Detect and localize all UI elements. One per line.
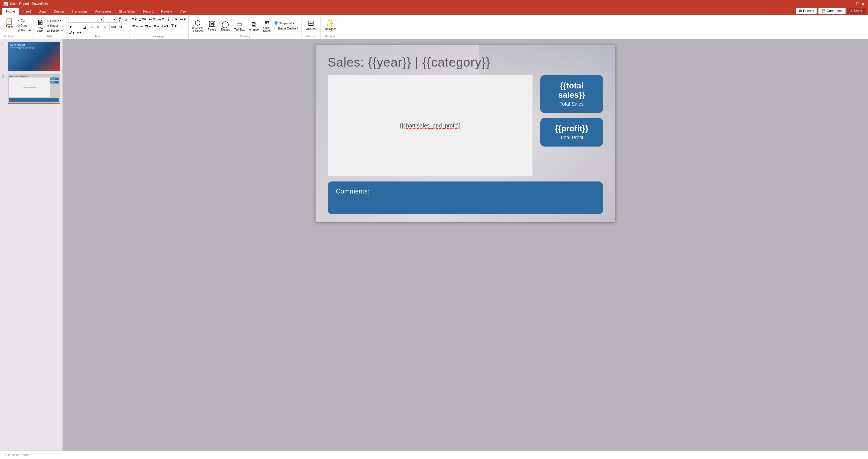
subscript-button[interactable]: x₂	[102, 24, 108, 30]
arrange-button[interactable]: ⧉ Arrange	[247, 17, 260, 35]
reset-button[interactable]: ↺ Reset	[46, 24, 64, 28]
slide-thumb-1[interactable]: Sales Report Superstore | {{year}} | {{c…	[8, 41, 60, 71]
text-highlight-button[interactable]: 🖍▾	[68, 30, 75, 35]
bullets-button[interactable]: ≡▾	[131, 17, 137, 22]
designer-button[interactable]: ✨ Designer	[323, 17, 338, 35]
shapes-button[interactable]: ◯ Shapes	[219, 17, 231, 35]
total-sales-label: Total Sales	[548, 101, 596, 107]
shape-outline-button[interactable]: ▱ Shape Outline ▾	[273, 26, 300, 31]
slide-thumb-2[interactable]: Sales: {{year}} | {{category}} {{chart:s…	[8, 74, 60, 104]
profit-value: {{profit}}	[548, 124, 596, 133]
font-size-dropdown-icon[interactable]: ▾	[114, 18, 115, 21]
text-direction-button[interactable]: ↔▾	[179, 17, 187, 22]
font-size-selector[interactable]: 14 ▾	[105, 17, 118, 23]
change-case-button[interactable]: Aa▾	[111, 24, 117, 30]
record-button[interactable]: Record	[796, 8, 817, 14]
tab-slideshow[interactable]: Slide Show	[115, 8, 139, 15]
section-icon: ▤	[47, 29, 50, 32]
total-sales-card[interactable]: {{total sales}} Total Sales	[540, 75, 603, 113]
section-button[interactable]: ▤ Section ▾	[46, 28, 64, 33]
slide-number-1: 1	[2, 41, 6, 46]
smartart-icon: ⬡	[195, 19, 200, 27]
picture-button[interactable]: 🖼 Picture	[206, 17, 218, 35]
quickstyles-icon: ≋	[264, 19, 270, 26]
reset-icon: ↺	[47, 24, 49, 28]
paste-button[interactable]: 📋 Paste	[3, 17, 16, 29]
decrease-indent-button[interactable]: ←≡	[148, 17, 156, 22]
slide-title[interactable]: Sales: {{year}} | {{category}}	[328, 55, 603, 69]
addins-icon: ⊞	[308, 19, 314, 28]
tab-insert[interactable]: Insert	[19, 8, 35, 15]
clipboard-group: 📋 Paste Clipboard ✂ Cut ⧉ Copy 🖌 Format	[1, 16, 34, 38]
shape-outline-icon: ▱	[274, 26, 276, 30]
justify-button[interactable]: ⬌≡	[152, 23, 160, 29]
shape-fill-icon: 🪣	[274, 21, 278, 25]
textbox-icon: ▭	[236, 21, 243, 28]
superscript-button[interactable]: x²	[95, 24, 101, 30]
layout-button[interactable]: ⊞ Layout ▾	[46, 19, 64, 23]
font-size-input[interactable]: 14	[106, 18, 114, 21]
canvas-area: Sales: {{year}} | {{category}} {{chart:s…	[63, 39, 868, 451]
align-left-button[interactable]: ⬅≡	[131, 23, 139, 29]
slide-item-2[interactable]: 2 Sales: {{year}} | {{category}} {{chart…	[2, 74, 60, 104]
bold-button[interactable]: B	[68, 24, 74, 30]
strikethrough-button[interactable]: S	[89, 24, 95, 30]
font-dropdown-icon[interactable]: ▾	[101, 18, 102, 21]
comments-label: Comments:	[336, 188, 369, 195]
addins-button[interactable]: ⊞ Add-ins	[304, 17, 318, 35]
tab-draw[interactable]: Draw	[35, 8, 50, 15]
slide-item-1[interactable]: 1 Sales Report Superstore | {{year}} | {…	[2, 41, 60, 71]
drawing-group: ⬡ Convert to SmartArt 🖼 Picture ◯ Shapes…	[189, 16, 301, 38]
tab-design[interactable]: Design	[50, 8, 68, 15]
slides-panel: 1 Sales Report Superstore | {{year}} | {…	[0, 39, 63, 451]
title-bar: 📊 Sales Report - PowerPoint ─ □ ✕	[0, 0, 868, 8]
tab-transitions[interactable]: Transitions	[68, 8, 91, 15]
increase-indent-button[interactable]: →≡	[156, 17, 165, 22]
clear-formatting-button[interactable]: ⊘	[124, 18, 128, 22]
font-menu-button[interactable]: A▾	[118, 24, 123, 30]
convert-smartart-button[interactable]: ⬡ Convert to SmartArt	[190, 17, 205, 35]
italic-button[interactable]: I	[75, 24, 81, 30]
shape-fill-button[interactable]: 🪣 Shape Fill ▾	[273, 21, 300, 25]
format-button[interactable]: 🖌 Format	[17, 28, 32, 32]
textbox-button[interactable]: ▭ Text Box	[232, 17, 246, 35]
slide-content: Sales: {{year}} | {{category}} {{chart:s…	[316, 45, 615, 222]
notes-bar[interactable]: Click to add notes	[0, 451, 868, 459]
chart-box[interactable]: {{chart:sales_and_profit}}	[328, 75, 533, 176]
align-right-button[interactable]: ➡≡	[144, 23, 152, 29]
layout-icon: ⊞	[47, 19, 49, 23]
profit-card[interactable]: {{profit}} Total Profit	[540, 118, 603, 147]
tab-home[interactable]: Home	[2, 8, 19, 15]
copy-button[interactable]: ⧉ Copy	[17, 23, 32, 28]
addins-group: ⊞ Add-ins Add-ins	[302, 16, 320, 38]
comments-box[interactable]: Comments:	[328, 181, 603, 214]
slide-canvas[interactable]: Sales: {{year}} | {{category}} {{chart:s…	[315, 45, 615, 222]
tab-animations[interactable]: Animations	[91, 8, 115, 15]
vertical-align-button[interactable]: ⊤▾	[170, 23, 178, 29]
copy-icon: ⧉	[18, 24, 20, 27]
shapes-icon: ◯	[222, 21, 229, 28]
font-selector[interactable]: Avenir ▾	[68, 17, 103, 23]
font-size-increase-button[interactable]: A↑	[119, 17, 123, 20]
cut-button[interactable]: ✂ Cut	[17, 18, 32, 23]
arrange-icon: ⧉	[252, 21, 256, 28]
new-slide-button[interactable]: 🖹 New Slide	[35, 18, 45, 34]
powerpoint-icon: 📊	[3, 2, 8, 6]
columns-button[interactable]: ⋮⋮▾	[165, 17, 178, 22]
share-button[interactable]: ↑ Share	[847, 8, 866, 14]
font-size-decrease-button[interactable]: A↓	[119, 20, 123, 23]
align-center-button[interactable]: ≡	[140, 23, 144, 29]
total-sales-value: {{total sales}}	[548, 81, 596, 99]
quickstyles-button[interactable]: ≋ Quick Styles	[261, 17, 272, 35]
font-name-input[interactable]: Avenir	[69, 18, 101, 21]
tab-view[interactable]: View	[176, 8, 190, 15]
font-color-button[interactable]: A▾	[76, 30, 82, 35]
tab-review[interactable]: Review	[157, 8, 176, 15]
comments-button[interactable]: 💬 Comments	[818, 8, 846, 14]
tab-record[interactable]: Record	[139, 8, 157, 15]
picture-icon: 🖼	[209, 21, 215, 28]
new-slide-icon: 🖹	[37, 19, 43, 26]
numbered-list-button[interactable]: 1≡▾	[138, 17, 147, 22]
underline-button[interactable]: U	[82, 24, 88, 30]
line-spacing-button[interactable]: ↕≡▾	[161, 23, 169, 29]
